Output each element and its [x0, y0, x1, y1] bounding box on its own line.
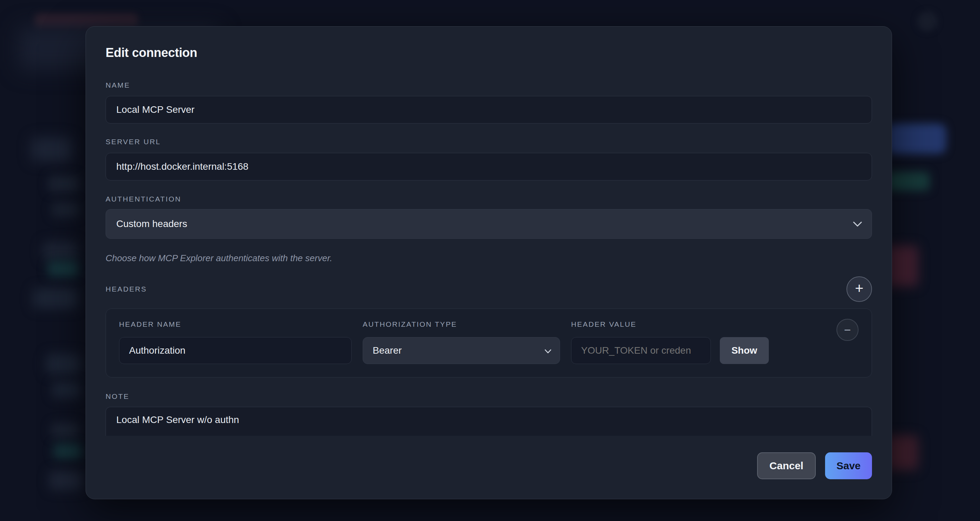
name-label: NAME	[106, 81, 872, 90]
background-blurred-primary-button	[887, 124, 946, 154]
header-name-label: HEADER NAME	[119, 320, 352, 328]
authentication-select[interactable]: Custom headers	[106, 209, 872, 239]
header-row-card: HEADER NAME AUTHORIZATION TYPE Bearer HE…	[106, 308, 872, 378]
server-url-input[interactable]	[106, 153, 872, 181]
background-blurred-text	[48, 175, 80, 192]
server-url-label: SERVER URL	[106, 137, 872, 146]
header-value-input[interactable]	[571, 337, 711, 364]
background-blurred-text	[42, 241, 78, 260]
headers-label: HEADERS	[106, 285, 147, 294]
background-blurred-icon	[917, 11, 937, 32]
minus-icon: −	[844, 324, 851, 336]
background-blurred-link	[48, 260, 79, 277]
name-input[interactable]	[106, 96, 872, 124]
authorization-type-select[interactable]: Bearer	[363, 337, 560, 364]
dialog-title: Edit connection	[106, 45, 872, 60]
note-input[interactable]: Local MCP Server w/o authn	[106, 407, 872, 436]
show-value-button[interactable]: Show	[720, 337, 769, 364]
background-blurred-text	[49, 471, 83, 490]
authorization-type-selected-value: Bearer	[373, 345, 402, 356]
background-blurred-text	[51, 423, 80, 438]
edit-connection-dialog: Edit connection NAME SERVER URL AUTHENTI…	[86, 26, 892, 499]
chevron-down-icon	[853, 218, 862, 229]
add-header-button[interactable]: +	[846, 276, 872, 302]
save-button[interactable]: Save	[825, 452, 872, 479]
cancel-button[interactable]: Cancel	[757, 452, 816, 479]
background-blurred-text	[46, 354, 81, 374]
background-blurred-text	[31, 137, 72, 162]
background-blurred-status-text	[888, 172, 930, 191]
note-label: NOTE	[106, 392, 872, 401]
background-blurred-link	[54, 443, 82, 459]
header-name-input[interactable]	[119, 337, 352, 364]
header-value-label: HEADER VALUE	[571, 320, 859, 328]
plus-icon: +	[855, 281, 864, 296]
background-blurred-text	[52, 381, 81, 399]
background-blurred-text	[33, 288, 78, 309]
authentication-help-text: Choose how MCP Explorer authenticates wi…	[106, 253, 872, 263]
authorization-type-label: AUTHORIZATION TYPE	[363, 320, 560, 328]
chevron-down-icon	[544, 345, 551, 356]
authentication-selected-value: Custom headers	[116, 218, 187, 229]
background-blurred-text	[52, 202, 80, 218]
remove-header-button[interactable]: −	[837, 319, 859, 341]
authentication-label: AUTHENTICATION	[106, 195, 872, 203]
